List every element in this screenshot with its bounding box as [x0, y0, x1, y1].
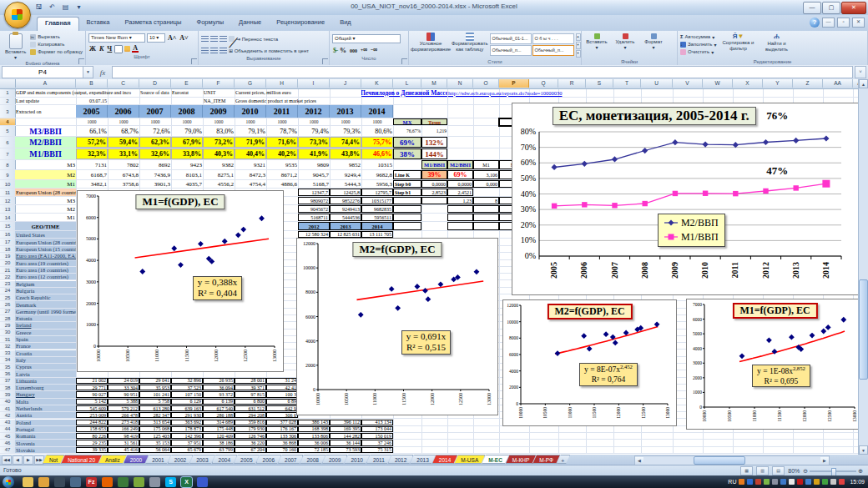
cell-G6[interactable]: 71,9% [235, 137, 266, 148]
row-header-36[interactable]: 36 [0, 370, 16, 376]
cell-A45[interactable]: Romania [15, 433, 76, 439]
taskbar-skype-icon[interactable]: S [165, 477, 176, 487]
cell-K12[interactable]: 10315177 [361, 197, 393, 204]
taskbar-folder-icon[interactable] [23, 477, 33, 487]
workbook-restore-button[interactable]: ▫ [837, 18, 850, 28]
cell-F9[interactable]: 8275,1 [203, 170, 235, 179]
column-header-AA[interactable]: AA [823, 79, 853, 88]
cell-I44[interactable]: 168 398 [298, 426, 330, 432]
row-header-8[interactable]: 8 [0, 160, 16, 169]
cell-C44[interactable]: 166 249 [108, 426, 139, 432]
cell-I12[interactable]: 9809072 [298, 197, 330, 204]
cell-I3[interactable]: 2012 [298, 105, 330, 118]
cell-D5[interactable]: 72,6% [139, 126, 171, 136]
tray-icon-7[interactable] [797, 479, 803, 485]
vertical-scrollbar[interactable]: ▲ ▼ [858, 79, 868, 455]
align-center-icon[interactable] [210, 48, 218, 54]
tray-icon-4[interactable] [772, 479, 778, 485]
cell-C39[interactable]: 90 951 [108, 391, 139, 397]
wrap-text-button[interactable]: ⇥ Перенос текста [236, 36, 278, 42]
cell-A29[interactable]: Ireland [15, 322, 76, 328]
cell-J43[interactable]: 396 112 [330, 420, 361, 425]
row-header-46[interactable]: 46 [0, 440, 16, 445]
sheet-tab-National 20[interactable]: National 20 [61, 455, 102, 464]
cell-A12[interactable]: М3 [15, 197, 76, 204]
cell-J13[interactable]: 9249413 [330, 205, 361, 213]
cell-C10[interactable]: 3758,6 [108, 180, 139, 188]
chart-m2-power[interactable]: 0200040006000800010000120001000010500110… [502, 299, 677, 426]
cell-O8[interactable]: М1 [473, 160, 499, 169]
cell-B37[interactable]: 21 002 [76, 378, 108, 384]
cell-D39[interactable]: 101 241 [139, 391, 171, 397]
grow-font-icon[interactable]: A˄ [167, 34, 177, 42]
cell-O12[interactable]: 8 [473, 197, 499, 204]
cell-D38[interactable]: 35 953 [139, 385, 171, 390]
italic-button[interactable]: К [98, 45, 104, 53]
office-button[interactable] [4, 2, 31, 28]
cell-A31[interactable]: Spain [15, 336, 76, 342]
start-button[interactable] [3, 476, 14, 488]
first-sheet-icon[interactable]: ◀◀ [2, 455, 12, 465]
cell-K4[interactable]: 1000 [361, 118, 393, 125]
cell-I16[interactable]: 12 580 324 [298, 231, 330, 238]
cell-E7[interactable]: 33,8% [171, 148, 203, 159]
row-header-5[interactable]: 5 [0, 126, 16, 136]
cell-B10[interactable]: 3482,1 [76, 180, 108, 188]
language-indicator[interactable]: RU [728, 479, 736, 485]
taskbar-app-gray-icon[interactable] [149, 477, 160, 487]
cell-F45[interactable]: 120 409 [203, 433, 235, 439]
cell-E4[interactable]: 1000 [171, 118, 203, 125]
row-header-28[interactable]: 28 [0, 315, 16, 321]
cell-J45[interactable]: 144 282 [330, 433, 361, 439]
cell-A27[interactable]: Germany (until 1990 former [15, 309, 76, 314]
cell-J9[interactable]: 9249,4 [330, 170, 361, 179]
orientation-icon[interactable]: ⟋ [229, 36, 235, 42]
cell-B38[interactable]: 29 771 [76, 385, 108, 390]
cell-C47[interactable]: 45 416 [108, 447, 139, 453]
cell-A16[interactable]: United States [15, 231, 76, 238]
number-format-select[interactable]: Общий ▾ [332, 34, 401, 43]
cell-C43[interactable]: 273 418 [108, 420, 139, 425]
row-header-25[interactable]: 25 [0, 294, 16, 300]
cell-E9[interactable]: 8103,1 [171, 170, 203, 179]
cell-K5[interactable]: 80,6% [361, 126, 393, 136]
ribbon-tab-Вид[interactable]: Вид [332, 17, 359, 31]
cell-I47[interactable]: 72 185 [298, 447, 330, 453]
cell-A46[interactable]: Slovenia [15, 440, 76, 445]
sheet-tab-2009[interactable]: 2009 [322, 455, 347, 464]
cell-G46[interactable]: 36 220 [235, 440, 266, 445]
cell-A47[interactable]: Slovakia [15, 447, 76, 453]
cell-C41[interactable]: 579 212 [108, 405, 139, 411]
sheet-tab-2010[interactable]: 2010 [344, 455, 369, 464]
cell-J8[interactable]: 9852 [330, 160, 361, 169]
row-header-18[interactable]: 18 [0, 246, 16, 252]
cell-N11[interactable]: 2,4521 [447, 189, 473, 196]
sheet-tab-2012[interactable]: 2012 [388, 455, 413, 464]
column-header-X[interactable]: X [733, 79, 763, 88]
paste-button[interactable]: Вставить▾ [3, 32, 28, 60]
cell-H4[interactable]: 1000 [266, 118, 298, 125]
sheet-tab-2006[interactable]: 2006 [256, 455, 281, 464]
cell-A5[interactable]: М3/ВВП [15, 126, 76, 136]
cell-I15[interactable]: 2012 [298, 222, 330, 230]
row-header-41[interactable]: 41 [0, 405, 16, 411]
cell-B40[interactable]: 5 142 [76, 399, 108, 405]
cell-I8[interactable]: 9809 [298, 160, 330, 169]
cell-G42[interactable]: 294 208 [235, 412, 266, 418]
cell-C7[interactable]: 33,1% [108, 148, 139, 159]
cell-L13[interactable] [393, 205, 421, 213]
cell-B3[interactable]: 2005 [76, 105, 108, 118]
cell-N1[interactable]: http://sdw.ecb.europa.eu/reports.do?node… [447, 88, 586, 97]
cell-D9[interactable]: 7436,9 [139, 170, 171, 179]
cell-C42[interactable]: 266 478 [108, 412, 139, 418]
cell-E46[interactable]: 37 951 [171, 440, 203, 445]
row-header-22[interactable]: 22 [0, 274, 16, 279]
cell-D4[interactable]: 1000 [139, 118, 171, 125]
cell-K44[interactable]: 173 044 [361, 426, 393, 432]
cell-H7[interactable]: 40,2% [266, 148, 298, 159]
cell-A34[interactable]: Italy [15, 357, 76, 363]
cell-D42[interactable]: 282 347 [139, 412, 171, 418]
taskbar-mail-icon[interactable] [38, 477, 49, 487]
column-header-C[interactable]: C [108, 79, 139, 88]
zoom-out-icon[interactable]: ⊖ [803, 468, 808, 475]
